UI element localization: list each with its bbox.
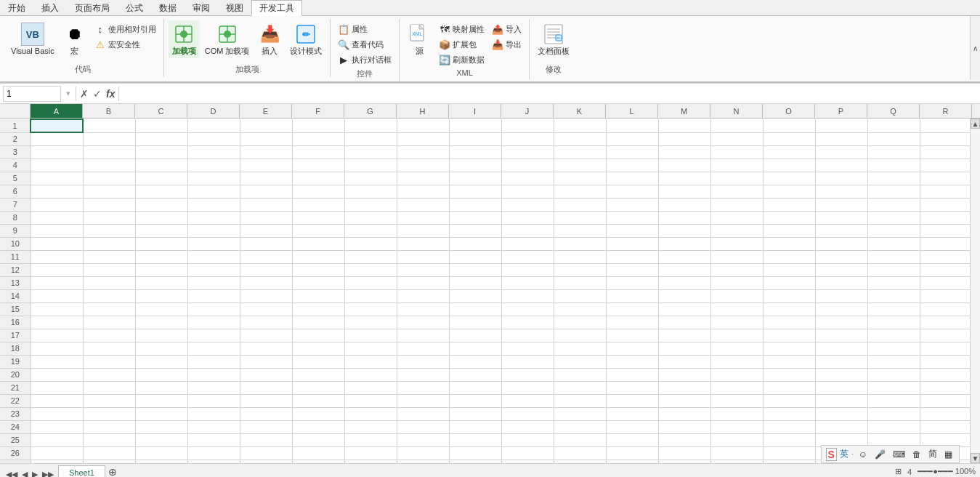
cell-C8[interactable]	[135, 211, 187, 224]
cell-L6[interactable]	[606, 185, 658, 198]
cell-G15[interactable]	[344, 302, 397, 316]
export-button[interactable]: 📥 导出	[489, 37, 525, 52]
cell-E1[interactable]	[240, 119, 292, 132]
cell-B4[interactable]	[83, 159, 135, 172]
cell-I25[interactable]	[449, 433, 501, 446]
cell-Q4[interactable]	[867, 159, 920, 172]
cell-R21[interactable]	[920, 381, 970, 394]
cell-F25[interactable]	[292, 433, 344, 446]
cell-O1[interactable]	[763, 119, 815, 132]
cell-L11[interactable]	[606, 250, 658, 263]
cell-E24[interactable]	[240, 420, 292, 433]
function-icon[interactable]: fx	[104, 87, 117, 100]
col-header-k[interactable]: K	[554, 104, 606, 118]
zoom-bar[interactable]: ━━━●━━━ 100%	[918, 467, 976, 476]
cell-J12[interactable]	[501, 263, 554, 276]
ime-lang[interactable]: 英	[840, 448, 849, 460]
cell-J8[interactable]	[501, 211, 554, 224]
cell-P6[interactable]	[815, 185, 867, 198]
cell-D10[interactable]	[187, 237, 240, 250]
cell-D5[interactable]	[187, 172, 240, 185]
cell-C12[interactable]	[135, 263, 187, 276]
cell-G8[interactable]	[344, 211, 397, 224]
cell-Q2[interactable]	[867, 132, 920, 145]
cell-J25[interactable]	[501, 433, 554, 446]
col-header-q[interactable]: Q	[867, 104, 920, 118]
cell-O21[interactable]	[763, 381, 815, 394]
cell-H6[interactable]	[397, 185, 449, 198]
cell-M14[interactable]	[658, 289, 710, 302]
cell-K22[interactable]	[554, 394, 606, 407]
cell-G11[interactable]	[344, 250, 397, 263]
cell-A3[interactable]	[31, 145, 83, 159]
cell-K21[interactable]	[554, 381, 606, 394]
import-button[interactable]: 📤 导入	[489, 22, 525, 36]
cell-J6[interactable]	[501, 185, 554, 198]
cell-F14[interactable]	[292, 289, 344, 302]
cell-I9[interactable]	[449, 224, 501, 237]
col-header-l[interactable]: L	[606, 104, 658, 118]
cell-C6[interactable]	[135, 185, 187, 198]
cell-H21[interactable]	[397, 381, 449, 394]
cell-N4[interactable]	[710, 159, 763, 172]
cell-D15[interactable]	[187, 302, 240, 316]
cell-N2[interactable]	[710, 132, 763, 145]
cell-N24[interactable]	[710, 420, 763, 433]
cell-D21[interactable]	[187, 381, 240, 394]
col-header-e[interactable]: E	[240, 104, 292, 118]
cell-J7[interactable]	[501, 198, 554, 211]
cell-B10[interactable]	[83, 237, 135, 250]
cell-M16[interactable]	[658, 316, 710, 329]
cell-H7[interactable]	[397, 198, 449, 211]
tab-start[interactable]: 开始	[0, 0, 33, 15]
cell-N8[interactable]	[710, 211, 763, 224]
cell-F12[interactable]	[292, 263, 344, 276]
cell-I8[interactable]	[449, 211, 501, 224]
cell-D23[interactable]	[187, 407, 240, 420]
ribbon-collapse-button[interactable]: ∧	[970, 16, 980, 80]
cell-N10[interactable]	[710, 237, 763, 250]
cell-L9[interactable]	[606, 224, 658, 237]
cell-C13[interactable]	[135, 276, 187, 289]
cell-F9[interactable]	[292, 224, 344, 237]
cell-B7[interactable]	[83, 198, 135, 211]
cell-P21[interactable]	[815, 381, 867, 394]
col-header-c[interactable]: C	[135, 104, 187, 118]
cell-H24[interactable]	[397, 420, 449, 433]
cell-O7[interactable]	[763, 198, 815, 211]
cell-I22[interactable]	[449, 394, 501, 407]
cell-I24[interactable]	[449, 420, 501, 433]
cell-F8[interactable]	[292, 211, 344, 224]
cell-D8[interactable]	[187, 211, 240, 224]
cell-E14[interactable]	[240, 289, 292, 302]
cell-B11[interactable]	[83, 250, 135, 263]
cell-G25[interactable]	[344, 433, 397, 446]
cell-O3[interactable]	[763, 145, 815, 159]
cell-P15[interactable]	[815, 302, 867, 316]
cell-E7[interactable]	[240, 198, 292, 211]
cell-M21[interactable]	[658, 381, 710, 394]
cell-G20[interactable]	[344, 368, 397, 381]
cell-M24[interactable]	[658, 420, 710, 433]
cell-F21[interactable]	[292, 381, 344, 394]
cell-F7[interactable]	[292, 198, 344, 211]
cell-C16[interactable]	[135, 316, 187, 329]
cell-M4[interactable]	[658, 159, 710, 172]
cell-I20[interactable]	[449, 368, 501, 381]
cell-A16[interactable]	[31, 316, 83, 329]
cell-C20[interactable]	[135, 368, 187, 381]
cell-E8[interactable]	[240, 211, 292, 224]
sheet-nav-left[interactable]: ◀◀	[4, 470, 19, 478]
col-header-p[interactable]: P	[815, 104, 867, 118]
cell-D13[interactable]	[187, 276, 240, 289]
col-header-g[interactable]: G	[344, 104, 397, 118]
cell-C3[interactable]	[135, 145, 187, 159]
cell-M12[interactable]	[658, 263, 710, 276]
cell-R2[interactable]	[920, 132, 970, 145]
cell-N23[interactable]	[710, 407, 763, 420]
cell-A21[interactable]	[31, 381, 83, 394]
cell-L26[interactable]	[606, 446, 658, 460]
cell-I7[interactable]	[449, 198, 501, 211]
cell-C11[interactable]	[135, 250, 187, 263]
cell-B3[interactable]	[83, 145, 135, 159]
